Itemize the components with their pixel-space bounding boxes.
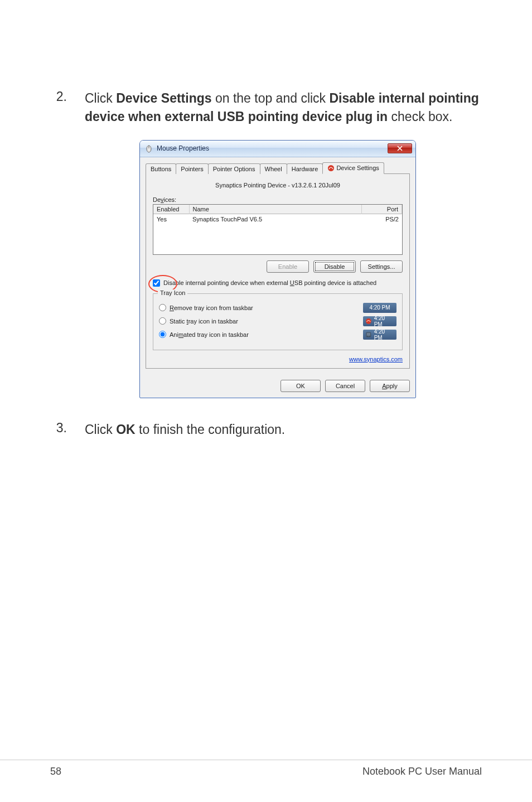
- svg-point-3: [366, 318, 371, 324]
- driver-version-label: Synaptics Pointing Device - v13.2.6.1 20…: [153, 182, 403, 189]
- devices-label: Devices:: [153, 196, 403, 203]
- static-tray-radio[interactable]: [159, 317, 166, 325]
- tab-pointers[interactable]: Pointers: [176, 163, 208, 174]
- remove-tray-label: Remove tray icon from taskbar: [170, 305, 253, 311]
- apply-button[interactable]: Apply: [370, 380, 410, 392]
- tab-wheel[interactable]: Wheel: [260, 163, 287, 174]
- step-number: 3.: [50, 421, 67, 439]
- doc-title: Notebook PC User Manual: [362, 766, 482, 777]
- tray-icon-legend: Tray Icon: [158, 289, 187, 296]
- settings-button[interactable]: Settings...: [360, 260, 403, 273]
- step-text: Click OK to finish the configuration.: [85, 421, 285, 439]
- tray-icon-fieldset: Tray Icon Remove tray icon from taskbar …: [153, 293, 403, 350]
- cancel-button[interactable]: Cancel: [325, 380, 365, 392]
- static-tray-label: Static tray icon in taskbar: [170, 318, 238, 325]
- tab-strip: Buttons Pointers Pointer Options Wheel H…: [146, 162, 410, 174]
- touchpad-tray-icon: [365, 331, 372, 338]
- disable-internal-checkbox[interactable]: [153, 279, 160, 287]
- tab-device-settings[interactable]: Device Settings: [322, 162, 384, 174]
- titlebar: Mouse Properties: [140, 141, 415, 157]
- device-settings-panel: Synaptics Pointing Device - v13.2.6.1 20…: [146, 174, 410, 369]
- cell-name: Synaptics TouchPad V6.5: [189, 214, 362, 224]
- synaptics-tray-icon: [365, 318, 372, 325]
- svg-point-2: [328, 165, 334, 171]
- col-port: Port: [362, 205, 402, 214]
- col-enabled: Enabled: [153, 205, 189, 214]
- disable-internal-label: Disable internal pointing device when ex…: [163, 279, 376, 286]
- tab-hardware[interactable]: Hardware: [287, 163, 323, 174]
- ok-button[interactable]: OK: [280, 380, 321, 392]
- animated-tray-radio[interactable]: [159, 331, 166, 338]
- cell-port: PS/2: [362, 214, 402, 224]
- close-button[interactable]: [388, 143, 412, 153]
- remove-tray-radio[interactable]: [159, 304, 166, 311]
- synaptics-icon: [327, 165, 335, 172]
- synaptics-link[interactable]: www.synaptics.com: [349, 356, 403, 363]
- step-text: Click Device Settings on the top and cli…: [85, 89, 482, 127]
- page-footer: 58 Notebook PC User Manual: [0, 760, 532, 777]
- instruction-step-2: 2. Click Device Settings on the top and …: [50, 89, 482, 127]
- svg-rect-5: [367, 336, 368, 336]
- col-name: Name: [189, 205, 362, 214]
- instruction-step-3: 3. Click OK to finish the configuration.: [50, 421, 482, 439]
- cell-enabled: Yes: [153, 214, 189, 224]
- mouse-properties-dialog: Mouse Properties Buttons Pointers Pointe…: [139, 140, 416, 398]
- step-number: 2.: [50, 89, 67, 127]
- taskbar-preview-animated: 4:20 PM: [363, 330, 396, 340]
- close-icon: [397, 146, 403, 151]
- enable-button: Enable: [267, 260, 309, 273]
- table-row[interactable]: Yes Synaptics TouchPad V6.5 PS/2: [153, 214, 402, 224]
- tab-pointer-options[interactable]: Pointer Options: [208, 163, 260, 174]
- tab-buttons[interactable]: Buttons: [146, 163, 176, 174]
- table-header-row: Enabled Name Port: [153, 205, 402, 214]
- disable-internal-checkbox-row: Disable internal pointing device when ex…: [153, 279, 403, 287]
- dialog-title: Mouse Properties: [157, 144, 209, 152]
- devices-table[interactable]: Enabled Name Port Yes Synaptics TouchPad…: [153, 204, 403, 255]
- svg-rect-6: [369, 336, 370, 336]
- disable-button[interactable]: Disable: [313, 260, 356, 273]
- taskbar-preview-static: 4:20 PM: [363, 316, 396, 326]
- taskbar-preview-none: 4:20 PM: [363, 303, 396, 313]
- mouse-icon: [144, 144, 153, 153]
- page-number: 58: [50, 766, 61, 777]
- animated-tray-label: Animated tray icon in taskbar: [170, 331, 249, 338]
